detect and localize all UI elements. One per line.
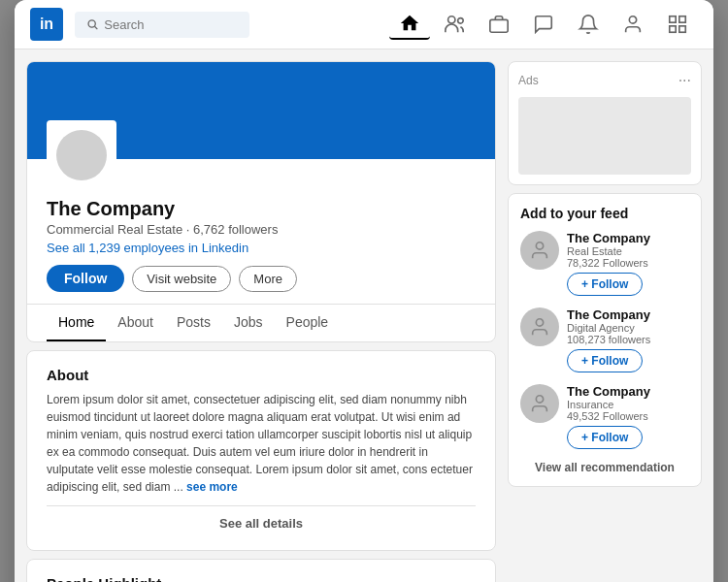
svg-point-0 (88, 20, 95, 27)
ads-header: Ads ··· (518, 72, 691, 89)
nav-home[interactable] (389, 9, 430, 40)
right-panel: Ads ··· Add to your feed The Company (508, 61, 702, 487)
tab-home[interactable]: Home (47, 305, 106, 341)
feed-company-name-1: The Company (567, 231, 689, 245)
browser-window: in (15, 0, 713, 582)
feed-company-type-1: Real Estate (567, 245, 689, 257)
see-all-details[interactable]: See all details (47, 505, 476, 534)
feed-item-3: The Company Insurance 49,532 Followers +… (520, 384, 689, 449)
nav-notifications[interactable] (568, 10, 609, 39)
svg-point-12 (536, 319, 543, 326)
search-icon (86, 17, 98, 31)
nav-me[interactable] (612, 10, 653, 39)
profile-subtitle: Commercial Real Estate · 6,762 followers (47, 222, 476, 237)
feed-item-1: The Company Real Estate 78,322 Followers… (520, 231, 689, 296)
ads-card: Ads ··· (508, 61, 702, 185)
feed-company-type-3: Insurance (567, 399, 689, 410)
feed-follow-btn-1[interactable]: + Follow (567, 273, 643, 296)
search-input[interactable] (104, 17, 238, 32)
feed-title: Add to your feed (520, 206, 689, 221)
ads-dots[interactable]: ··· (678, 72, 691, 89)
view-all-recommendation[interactable]: View all recommendation (520, 461, 689, 474)
feed-company-followers-2: 108,273 followers (567, 334, 689, 345)
profile-actions: Follow Visit website More (47, 265, 476, 292)
profile-logo-inner (56, 130, 107, 180)
feed-company-name-2: The Company (567, 307, 689, 322)
profile-tabs: Home About Posts Jobs People (27, 304, 495, 341)
svg-point-6 (629, 16, 636, 23)
profile-info: The Company Commercial Real Estate · 6,7… (27, 198, 495, 304)
more-button[interactable]: More (239, 266, 297, 292)
follow-button[interactable]: Follow (47, 265, 124, 292)
visit-website-button[interactable]: Visit website (132, 266, 231, 292)
nav-work[interactable] (657, 10, 698, 39)
user-icon (622, 14, 644, 35)
profile-logo (47, 120, 116, 190)
ads-label: Ads (518, 74, 539, 87)
tab-posts[interactable]: Posts (165, 305, 222, 341)
svg-rect-8 (679, 16, 685, 22)
about-section: About Lorem ipsum dolor sit amet, consec… (26, 350, 496, 551)
people-title: People Highlight (47, 575, 476, 582)
search-bar[interactable] (75, 12, 249, 38)
svg-rect-10 (670, 26, 676, 32)
feed-avatar-1 (520, 231, 559, 270)
svg-point-11 (536, 242, 543, 249)
feed-follow-btn-2[interactable]: + Follow (567, 349, 643, 372)
feed-company-name-3: The Company (567, 384, 689, 399)
profile-logo-wrap (27, 120, 495, 190)
tab-about[interactable]: About (106, 305, 165, 341)
briefcase-icon (488, 14, 510, 35)
svg-point-3 (458, 18, 464, 23)
svg-point-2 (448, 16, 455, 23)
profile-employees[interactable]: See all 1,239 employees in Linkedin (47, 241, 476, 255)
nav-messaging[interactable] (523, 10, 564, 39)
home-icon (399, 13, 420, 34)
feed-company-followers-3: 49,532 Followers (567, 410, 689, 422)
feed-card: Add to your feed The Company Real Estate… (508, 193, 702, 487)
feed-company-followers-1: 78,322 Followers (567, 257, 689, 269)
top-nav: in (15, 0, 713, 49)
ads-placeholder (518, 97, 691, 175)
feed-avatar-3 (520, 384, 559, 423)
company-icon-1 (529, 240, 550, 261)
company-icon-2 (529, 316, 550, 338)
bell-icon (578, 14, 599, 35)
svg-rect-7 (670, 16, 676, 22)
feed-item-info-3: The Company Insurance 49,532 Followers +… (567, 384, 689, 449)
svg-point-13 (536, 396, 543, 403)
main-content: The Company Commercial Real Estate · 6,7… (15, 49, 713, 582)
svg-rect-4 (490, 19, 508, 32)
feed-follow-btn-3[interactable]: + Follow (567, 426, 643, 449)
company-icon-3 (529, 393, 550, 414)
nav-icons (389, 9, 698, 40)
people-section: People Highlight 239 employees working i… (26, 559, 496, 582)
see-more-link[interactable]: see more (186, 480, 238, 494)
svg-rect-9 (679, 26, 685, 32)
tab-people[interactable]: People (275, 305, 341, 341)
people-icon (444, 14, 465, 35)
about-text: Lorem ipsum dolor sit amet, consectetuer… (47, 391, 476, 496)
profile-card: The Company Commercial Real Estate · 6,7… (26, 61, 496, 342)
linkedin-logo: in (30, 8, 63, 41)
nav-network[interactable] (434, 10, 475, 39)
nav-jobs[interactable] (479, 10, 519, 39)
tab-jobs[interactable]: Jobs (222, 305, 275, 341)
feed-item-info-1: The Company Real Estate 78,322 Followers… (567, 231, 689, 296)
feed-item-2: The Company Digital Agency 108,273 follo… (520, 307, 689, 372)
svg-line-1 (94, 26, 97, 29)
about-body: Lorem ipsum dolor sit amet, consectetuer… (47, 393, 473, 494)
about-title: About (47, 367, 476, 383)
profile-name: The Company (47, 198, 476, 220)
left-panel: The Company Commercial Real Estate · 6,7… (26, 61, 496, 582)
grid-icon (667, 14, 688, 35)
feed-item-info-2: The Company Digital Agency 108,273 follo… (567, 307, 689, 372)
chat-icon (533, 14, 554, 35)
feed-company-type-2: Digital Agency (567, 322, 689, 334)
feed-avatar-2 (520, 307, 559, 346)
